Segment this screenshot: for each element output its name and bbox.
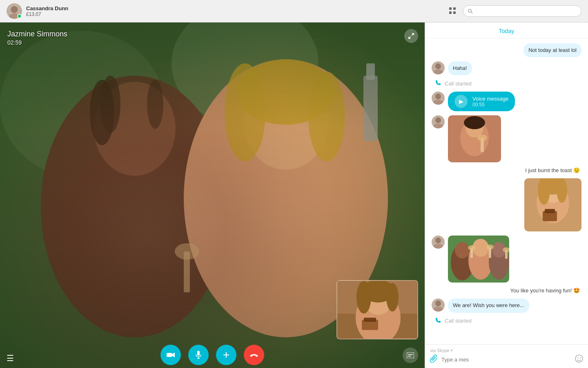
- system-call-started-2: Call started: [432, 317, 581, 325]
- call-started-text-1: Call started: [445, 81, 472, 87]
- bubble-not-today: Not today at least lol: [523, 43, 581, 57]
- message-2: Haha!: [432, 61, 581, 75]
- svg-line-7: [471, 12, 472, 13]
- svg-point-85: [575, 355, 583, 362]
- online-status-dot: [17, 14, 22, 18]
- call-started-text-2: Call started: [445, 318, 472, 324]
- svg-point-83: [435, 301, 441, 306]
- svg-point-65: [557, 178, 567, 203]
- svg-point-48: [433, 70, 443, 74]
- svg-point-69: [433, 244, 443, 249]
- search-bar[interactable]: [463, 5, 581, 17]
- expand-icon: [408, 33, 414, 39]
- svg-point-87: [580, 357, 581, 358]
- input-row: [430, 355, 583, 365]
- svg-point-35: [386, 283, 399, 312]
- call-timer: 02:59: [7, 39, 67, 46]
- call-controls: ☰: [0, 341, 425, 368]
- svg-rect-2: [449, 7, 452, 10]
- search-icon: [468, 8, 473, 14]
- voice-label: Voice message: [472, 96, 508, 102]
- message-1: Not today at least lol: [432, 43, 581, 57]
- add-participant-button[interactable]: [216, 345, 236, 365]
- having-fun-text: You like you're having fun! 🤩: [509, 287, 582, 294]
- add-icon: [223, 351, 230, 359]
- caption-button[interactable]: [403, 348, 418, 363]
- svg-point-50: [433, 100, 443, 105]
- topbar: Cassandra Dunn £13.07: [0, 0, 588, 22]
- chat-image-group[interactable]: [448, 236, 509, 283]
- chat-date-label: Today: [499, 28, 514, 34]
- video-toggle-button[interactable]: [160, 345, 181, 365]
- message-we-are: We are! Wish you were here...: [432, 298, 581, 312]
- hamburger-button[interactable]: ☰: [7, 353, 14, 363]
- svg-rect-67: [545, 209, 555, 213]
- svg-rect-44: [407, 352, 414, 358]
- svg-point-52: [433, 123, 443, 128]
- svg-point-47: [435, 63, 441, 69]
- bubble-haha: Haha!: [448, 61, 472, 75]
- expand-button[interactable]: [404, 29, 418, 43]
- caller-info: Jazmine Simmons 02:59: [7, 30, 67, 46]
- chat-header: Today: [425, 22, 588, 38]
- main-area: Jazmine Simmons 02:59: [0, 22, 588, 368]
- message-avatar-voice: [432, 92, 445, 105]
- grid-icon: [448, 7, 457, 15]
- svg-point-56: [464, 116, 485, 129]
- end-call-button[interactable]: [244, 345, 264, 365]
- message-image-3: [432, 236, 581, 283]
- video-cam-icon: [167, 352, 175, 358]
- phone-icon-2: [435, 317, 441, 325]
- chat-image-1[interactable]: [448, 115, 501, 162]
- user-credit: £13.07: [26, 11, 68, 17]
- svg-rect-5: [453, 11, 456, 14]
- via-skype-label: via Skype ▾: [430, 348, 583, 353]
- system-call-started-1: Call started: [432, 79, 581, 88]
- voice-play-button[interactable]: ▶: [454, 95, 468, 108]
- message-input[interactable]: [441, 357, 572, 363]
- caller-name: Jazmine Simmons: [7, 30, 67, 38]
- svg-rect-37: [364, 318, 376, 322]
- bubble-we-are: We are! Wish you were here...: [448, 298, 529, 312]
- burnt-toast-text: I just burnt the toast 😟: [523, 166, 581, 174]
- end-call-icon: [249, 352, 258, 357]
- voice-message[interactable]: ▶ Voice message 00:55: [448, 92, 515, 111]
- svg-point-6: [468, 9, 471, 12]
- self-view-illustration: [337, 281, 418, 339]
- svg-rect-4: [449, 11, 452, 14]
- topbar-right: [447, 5, 581, 18]
- message-burnt-toast: I just burnt the toast 😟: [432, 166, 581, 174]
- self-view-video: [337, 281, 417, 339]
- phone-icon-1: [435, 79, 441, 88]
- mic-icon: [196, 351, 201, 359]
- chat-panel: Today Not today at least lol Haha!: [425, 22, 588, 368]
- emoji-icon: [575, 355, 583, 363]
- svg-point-86: [577, 357, 578, 358]
- message-avatar-img3: [432, 236, 445, 249]
- svg-point-34: [356, 281, 371, 314]
- svg-rect-39: [197, 351, 200, 356]
- svg-point-68: [435, 238, 441, 243]
- svg-point-58: [477, 135, 487, 141]
- emoji-button[interactable]: [575, 355, 583, 365]
- caption-icon: [407, 352, 414, 358]
- svg-point-0: [11, 6, 18, 13]
- svg-point-80: [486, 245, 494, 249]
- topbar-left: Cassandra Dunn £13.07: [7, 3, 447, 19]
- grid-menu-button[interactable]: [447, 5, 458, 18]
- chat-image-2[interactable]: [524, 178, 581, 231]
- svg-rect-3: [453, 7, 456, 10]
- chat-messages[interactable]: Not today at least lol Haha!: [425, 38, 588, 344]
- message-voice: ▶ Voice message 00:55: [432, 92, 581, 111]
- message-avatar-2: [432, 61, 445, 74]
- attach-button[interactable]: [430, 355, 438, 365]
- voice-duration: 00:55: [472, 102, 508, 108]
- user-name: Cassandra Dunn: [26, 5, 68, 11]
- mute-button[interactable]: [188, 345, 209, 365]
- attach-icon: [430, 355, 438, 363]
- svg-rect-38: [167, 353, 172, 357]
- self-view-pip: [336, 280, 418, 339]
- search-input[interactable]: [475, 8, 577, 14]
- message-image-2: [432, 178, 581, 231]
- user-info: Cassandra Dunn £13.07: [26, 5, 68, 17]
